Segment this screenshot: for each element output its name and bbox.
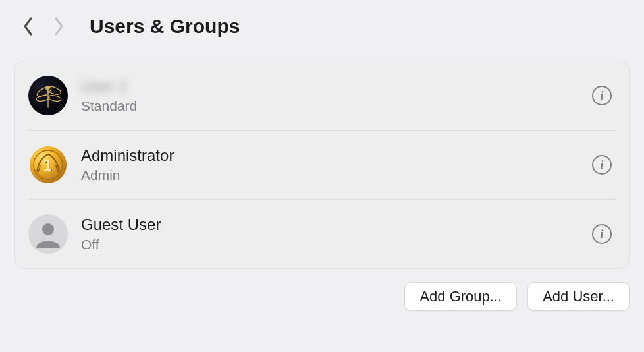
user-role: Admin	[81, 167, 592, 183]
info-icon: i	[600, 89, 603, 102]
add-user-button[interactable]: Add User...	[527, 282, 630, 311]
user-role: Off	[81, 237, 592, 252]
info-icon: i	[600, 227, 603, 240]
info-button[interactable]: i	[592, 224, 612, 244]
user-row[interactable]: 1 1 Administrator Admin i	[28, 130, 616, 199]
user-labels: Guest User Off	[81, 216, 592, 251]
info-icon: i	[600, 158, 603, 171]
page-title: Users & Groups	[90, 15, 240, 38]
medal-icon: 1 1	[28, 145, 68, 185]
avatar	[28, 214, 68, 254]
avatar: 1 1	[28, 145, 68, 185]
footer-buttons: Add Group... Add User...	[0, 269, 644, 311]
svg-point-0	[36, 85, 53, 99]
person-icon	[33, 219, 63, 249]
user-row[interactable]: Guest User Off i	[28, 199, 616, 268]
svg-point-5	[47, 86, 49, 89]
header-bar: Users & Groups	[0, 0, 644, 47]
info-button[interactable]: i	[592, 155, 612, 175]
users-panel: User 1 Standard i 1 1	[14, 61, 630, 269]
avatar	[28, 76, 68, 115]
svg-point-3	[47, 94, 61, 102]
chevron-left-icon	[22, 16, 34, 36]
forward-button[interactable]	[43, 12, 74, 41]
user-name: User 1	[81, 78, 592, 95]
dragonfly-icon	[30, 77, 67, 114]
svg-point-10	[42, 223, 54, 235]
add-group-button[interactable]: Add Group...	[404, 282, 517, 311]
chevron-right-icon	[53, 16, 65, 36]
svg-text:1: 1	[43, 156, 51, 174]
user-role: Standard	[81, 98, 592, 113]
user-name: Guest User	[81, 216, 592, 233]
info-button[interactable]: i	[592, 86, 612, 105]
user-name: Administrator	[81, 147, 592, 164]
user-labels: User 1 Standard	[81, 78, 592, 113]
back-button[interactable]	[13, 12, 43, 41]
user-row[interactable]: User 1 Standard i	[28, 61, 616, 130]
user-labels: Administrator Admin	[81, 147, 592, 182]
